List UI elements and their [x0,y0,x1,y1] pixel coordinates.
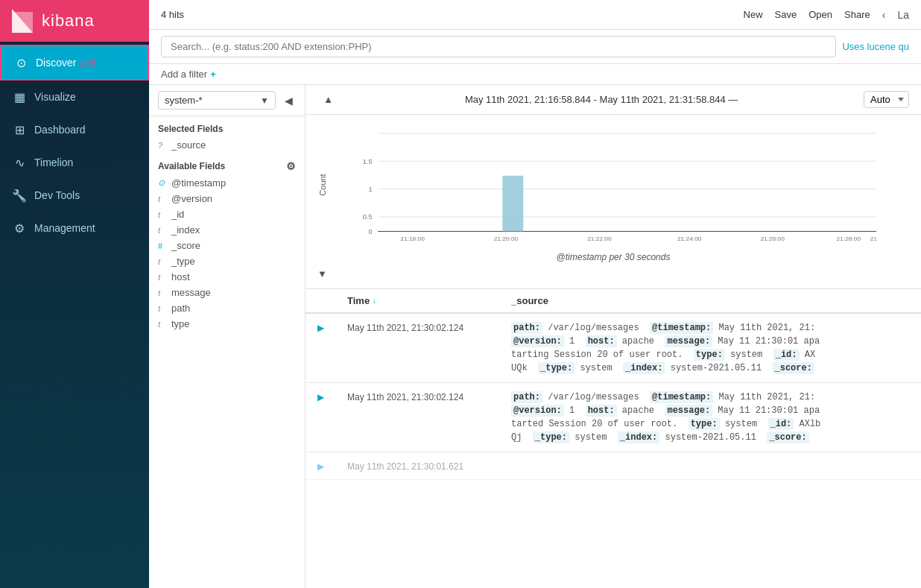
field-message[interactable]: t message [149,285,305,300]
lucene-link[interactable]: Uses lucene qu [842,41,909,52]
fields-panel: system-* ▼ ◀ 这里有个下拉菜单 Selected Fields ? … [149,85,306,588]
new-button[interactable]: New [744,9,763,20]
field-timestamp[interactable]: ⊙ @timestamp [149,175,305,191]
svg-text:0: 0 [369,228,373,235]
table-row: ▶ May 11th 2021, 21:30:01.621 [306,452,921,480]
field-type-row[interactable]: t _type [149,253,305,269]
sidebar-item-discover[interactable]: ⊙ Discover 点击 [0,45,149,80]
chart-collapse-arrow-button[interactable]: ▼ [317,268,327,279]
histogram-chart: 0 0.5 1 1.5 21:18:00 21:20:00 21:22:00 2… [350,127,876,246]
row-expand-button-1[interactable]: ▶ [317,321,347,333]
compass-icon: ⊙ [13,55,28,70]
save-button[interactable]: Save [775,9,797,20]
row-time-3: May 11th 2021, 21:30:01.621 [347,460,511,472]
chart-container: Count 0 0.5 1 1.5 [306,115,921,289]
field-type-t-8: t [158,320,165,329]
collapse-panel-button[interactable]: ◀ [282,93,296,108]
field-source[interactable]: ? _source [149,137,305,153]
row-time-2: May 11th 2021, 21:30:02.124 [347,391,511,402]
wave-icon: ∿ [12,155,27,170]
kibana-logo-text: kibana [42,11,95,31]
kibana-logo-icon [12,9,36,33]
field-type-t-4: t [158,257,165,266]
row-source-1: path: /var/log/messages @timestamp: May … [511,321,909,375]
wrench-icon: 🔧 [12,188,27,203]
plus-icon: + [210,69,216,80]
search-input[interactable] [161,36,836,57]
sidebar-item-timelion[interactable]: ∿ Timelion [0,146,149,179]
field-type-t-5: t [158,273,165,282]
selected-fields-label: Selected Fields [158,124,223,134]
field-score[interactable]: # _score [149,238,305,253]
y-axis-label: Count [318,174,327,195]
field-name-type: _type [171,256,195,267]
content-area: system-* ▼ ◀ 这里有个下拉菜单 Selected Fields ? … [149,85,921,588]
row-time-1: May 11th 2021, 21:30:02.124 [347,321,511,333]
sidebar-item-devtools[interactable]: 🔧 Dev Tools [0,179,149,212]
field-type-hash: # [158,241,165,250]
hits-count: 4 hits [161,9,184,20]
field-type-last[interactable]: t type [149,316,305,332]
sidebar-item-dashboard[interactable]: ⊞ Dashboard [0,113,149,146]
field-name-score: _score [171,240,200,251]
field-name-source: _source [171,139,206,151]
field-type-t-2: t [158,210,165,219]
open-button[interactable]: Open [808,9,832,20]
results-table: Time ↓ _source ▶ May 11th 2021, 21:30:02… [306,289,921,588]
index-selector: system-* ▼ ◀ 这里有个下拉菜单 [149,85,305,116]
field-version[interactable]: t @version [149,191,305,206]
field-name-index: _index [171,224,200,235]
results-area: ▲ May 11th 2021, 21:16:58.844 - May 11th… [306,85,921,588]
chart-collapse-button[interactable]: ▲ [317,91,339,108]
field-type-t-1: t [158,195,165,203]
svg-text:21:18:00: 21:18:00 [400,235,425,242]
topbar-actions: New Save Open Share ‹ La [744,9,909,21]
svg-text:1: 1 [369,186,373,193]
sidebar-logo: kibana [0,0,149,42]
row-expand-button-3[interactable]: ▶ [317,460,347,472]
field-name-host: host [171,271,190,282]
field-index[interactable]: t _index [149,222,305,238]
svg-text:21:28:00: 21:28:00 [837,235,861,242]
time-column-label: Time [347,295,370,306]
add-filter-button[interactable]: Add a filter + [161,69,216,80]
field-type-t-6: t [158,288,165,297]
svg-rect-11 [502,176,523,232]
field-name-version: @version [171,193,212,204]
sidebar: kibana ⊙ Discover 点击 ▦ Visualize ⊞ Dashb… [0,0,149,588]
chart-x-label: @timestamp per 30 seconds [306,249,921,265]
chevron-down-icon: ▼ [260,95,269,106]
svg-text:21:24:00: 21:24:00 [677,235,702,242]
chart-time-range: May 11th 2021, 21:16:58.844 - May 11th 2… [339,94,864,105]
svg-text:21:22:00: 21:22:00 [587,235,612,242]
sidebar-item-management[interactable]: ⚙ Management [0,212,149,244]
searchbar: Uses lucene qu [149,30,921,64]
nav-label: La [897,9,909,21]
field-path[interactable]: t path [149,300,305,316]
sidebar-item-visualize[interactable]: ▦ Visualize [0,80,149,113]
add-filter-label: Add a filter [161,69,207,80]
field-id[interactable]: t _id [149,206,305,222]
svg-text:21:3: 21:3 [870,235,876,242]
table-row: ▶ May 11th 2021, 21:30:02.124 path: /var… [306,314,921,383]
time-interval-selector: Auto [864,91,909,108]
field-name-id: _id [171,209,184,220]
svg-text:21:26:00: 21:26:00 [760,235,785,242]
row-expand-button-2[interactable]: ▶ [317,391,347,402]
filterbar: Add a filter + [149,64,921,85]
topbar: 4 hits New Save Open Share ‹ La [149,0,921,30]
interval-dropdown[interactable]: Auto [864,91,909,108]
nav-back-icon[interactable]: ‹ [882,9,886,21]
field-host[interactable]: t host [149,269,305,285]
table-row: ▶ May 11th 2021, 21:30:02.124 path: /var… [306,383,921,452]
bar-chart-icon: ▦ [12,89,27,104]
chart-header: ▲ May 11th 2021, 21:16:58.844 - May 11th… [306,85,921,115]
table-header-expand [317,295,347,306]
index-dropdown[interactable]: system-* ▼ [158,91,276,110]
gear-settings-icon[interactable]: ⚙ [286,160,296,172]
main-content: 4 hits New Save Open Share ‹ La Uses luc… [149,0,921,588]
available-fields-label: Available Fields [158,161,225,171]
field-type-question: ? [158,141,165,150]
table-header-time[interactable]: Time ↓ [347,295,511,306]
share-button[interactable]: Share [844,9,870,20]
